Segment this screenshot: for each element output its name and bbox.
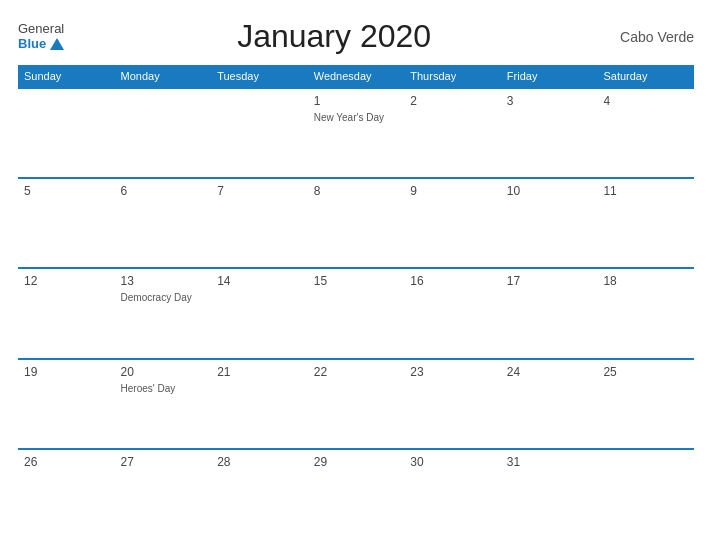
day-number: 13 <box>121 274 206 288</box>
day-cell: 18 <box>597 269 694 357</box>
day-cell: 1New Year's Day <box>308 89 405 177</box>
day-number: 14 <box>217 274 302 288</box>
logo-blue-label: Blue <box>18 37 46 51</box>
day-cell: 15 <box>308 269 405 357</box>
day-cell: 31 <box>501 450 598 538</box>
day-cell: 30 <box>404 450 501 538</box>
calendar-header: General Blue January 2020 Cabo Verde <box>18 18 694 55</box>
logo-triangle-icon <box>50 38 64 50</box>
day-cell: 11 <box>597 179 694 267</box>
day-header-sunday: Sunday <box>18 65 115 87</box>
day-number: 16 <box>410 274 495 288</box>
day-header-wednesday: Wednesday <box>308 65 405 87</box>
day-headers: SundayMondayTuesdayWednesdayThursdayFrid… <box>18 65 694 87</box>
logo-area: General Blue <box>18 22 64 51</box>
day-header-saturday: Saturday <box>597 65 694 87</box>
day-number: 1 <box>314 94 399 108</box>
day-cell: 24 <box>501 360 598 448</box>
logo-general-text: General <box>18 22 64 36</box>
day-number: 17 <box>507 274 592 288</box>
day-number: 22 <box>314 365 399 379</box>
day-number: 31 <box>507 455 592 469</box>
day-cell: 2 <box>404 89 501 177</box>
day-number: 20 <box>121 365 206 379</box>
day-number: 27 <box>121 455 206 469</box>
day-number: 19 <box>24 365 109 379</box>
week-row-0: 1New Year's Day234 <box>18 87 694 177</box>
day-header-monday: Monday <box>115 65 212 87</box>
day-header-thursday: Thursday <box>404 65 501 87</box>
day-number: 21 <box>217 365 302 379</box>
day-event: Heroes' Day <box>121 382 206 395</box>
day-number: 23 <box>410 365 495 379</box>
day-number: 29 <box>314 455 399 469</box>
day-number: 9 <box>410 184 495 198</box>
day-number: 28 <box>217 455 302 469</box>
day-number: 5 <box>24 184 109 198</box>
day-event: Democracy Day <box>121 291 206 304</box>
day-cell: 19 <box>18 360 115 448</box>
day-cell: 12 <box>18 269 115 357</box>
day-event: New Year's Day <box>314 111 399 124</box>
weeks-container: 1New Year's Day2345678910111213Democracy… <box>18 87 694 538</box>
day-number: 15 <box>314 274 399 288</box>
day-cell: 28 <box>211 450 308 538</box>
day-cell: 13Democracy Day <box>115 269 212 357</box>
day-header-tuesday: Tuesday <box>211 65 308 87</box>
calendar-container: General Blue January 2020 Cabo Verde Sun… <box>0 0 712 550</box>
day-number: 10 <box>507 184 592 198</box>
day-cell <box>115 89 212 177</box>
day-number: 18 <box>603 274 688 288</box>
day-number: 24 <box>507 365 592 379</box>
day-number: 6 <box>121 184 206 198</box>
day-number: 26 <box>24 455 109 469</box>
day-header-friday: Friday <box>501 65 598 87</box>
calendar-title: January 2020 <box>64 18 604 55</box>
day-cell: 23 <box>404 360 501 448</box>
day-cell: 14 <box>211 269 308 357</box>
day-cell <box>211 89 308 177</box>
day-cell: 4 <box>597 89 694 177</box>
day-cell: 29 <box>308 450 405 538</box>
day-cell: 6 <box>115 179 212 267</box>
day-cell: 3 <box>501 89 598 177</box>
day-number: 3 <box>507 94 592 108</box>
day-number: 2 <box>410 94 495 108</box>
week-row-3: 1920Heroes' Day2122232425 <box>18 358 694 448</box>
day-cell: 16 <box>404 269 501 357</box>
day-number: 4 <box>603 94 688 108</box>
day-number: 25 <box>603 365 688 379</box>
week-row-4: 262728293031 <box>18 448 694 538</box>
week-row-1: 567891011 <box>18 177 694 267</box>
day-cell: 17 <box>501 269 598 357</box>
day-cell: 22 <box>308 360 405 448</box>
day-cell: 21 <box>211 360 308 448</box>
day-cell: 10 <box>501 179 598 267</box>
day-cell: 5 <box>18 179 115 267</box>
day-cell: 25 <box>597 360 694 448</box>
day-number: 30 <box>410 455 495 469</box>
day-number: 11 <box>603 184 688 198</box>
day-cell <box>18 89 115 177</box>
logo-blue-text: Blue <box>18 37 64 51</box>
country-name: Cabo Verde <box>604 29 694 45</box>
day-number: 7 <box>217 184 302 198</box>
day-cell <box>597 450 694 538</box>
day-number: 8 <box>314 184 399 198</box>
day-cell: 20Heroes' Day <box>115 360 212 448</box>
day-cell: 27 <box>115 450 212 538</box>
week-row-2: 1213Democracy Day1415161718 <box>18 267 694 357</box>
day-cell: 8 <box>308 179 405 267</box>
day-number: 12 <box>24 274 109 288</box>
day-cell: 7 <box>211 179 308 267</box>
calendar-grid: SundayMondayTuesdayWednesdayThursdayFrid… <box>18 65 694 538</box>
day-cell: 9 <box>404 179 501 267</box>
day-cell: 26 <box>18 450 115 538</box>
